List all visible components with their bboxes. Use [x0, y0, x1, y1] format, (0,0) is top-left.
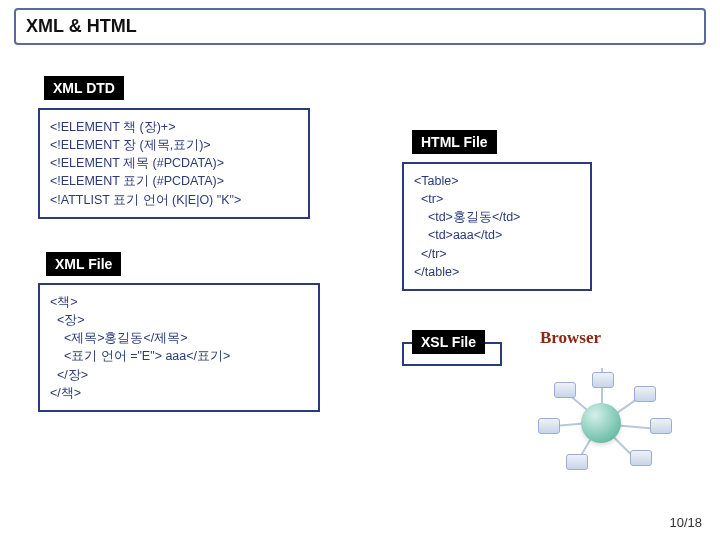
slide-header: XML & HTML: [14, 8, 706, 45]
xml-file-tab: XML File: [46, 252, 121, 276]
xsl-file-tab: XSL File: [412, 330, 485, 354]
html-file-tab: HTML File: [412, 130, 497, 154]
xml-file-box: <책> <장> <제목>홍길동</제목> <표기 언어 ="E"> aaa</표…: [38, 283, 320, 412]
browser-label: Browser: [540, 328, 601, 348]
xml-dtd-tab: XML DTD: [44, 76, 124, 100]
page-number: 10/18: [669, 515, 702, 530]
network-icon: [526, 378, 676, 468]
html-file-box: <Table> <tr> <td>홍길동</td> <td>aaa</td> <…: [402, 162, 592, 291]
xml-dtd-box: <!ELEMENT 책 (장)+> <!ELEMENT 장 (제목,표기)> <…: [38, 108, 310, 219]
slide-title: XML & HTML: [26, 16, 137, 36]
